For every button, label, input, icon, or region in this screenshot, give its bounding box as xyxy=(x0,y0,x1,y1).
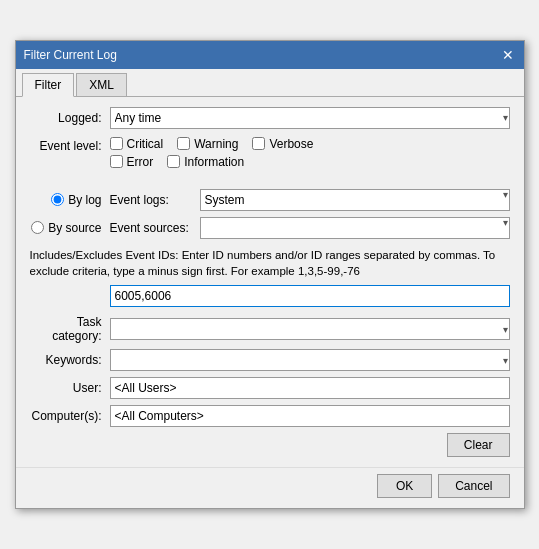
information-checkbox[interactable] xyxy=(167,155,180,168)
by-log-row: By log Event logs: System ▾ xyxy=(30,189,510,211)
by-log-label: By log xyxy=(68,193,101,207)
filter-content: Logged: Any time Last hour Last 12 hours… xyxy=(16,97,524,467)
user-input[interactable] xyxy=(110,377,510,399)
keywords-row: Keywords: ▾ xyxy=(30,349,510,371)
by-source-radio-item[interactable]: By source xyxy=(30,221,110,235)
clear-button-row: Clear xyxy=(30,433,510,457)
event-logs-section: Event logs: System ▾ xyxy=(110,189,510,211)
error-checkbox[interactable] xyxy=(110,155,123,168)
user-row: User: xyxy=(30,377,510,399)
task-category-select[interactable] xyxy=(110,318,510,340)
warning-checkbox[interactable] xyxy=(177,137,190,150)
critical-checkbox-item[interactable]: Critical xyxy=(110,137,164,151)
tab-bar: Filter XML xyxy=(16,69,524,97)
event-level-section: Critical Warning Verbose Error xyxy=(110,137,510,173)
keywords-select[interactable] xyxy=(110,349,510,371)
cancel-button[interactable]: Cancel xyxy=(438,474,509,498)
by-source-radio-col: By source xyxy=(30,221,110,235)
tab-xml[interactable]: XML xyxy=(76,73,127,96)
information-label: Information xyxy=(184,155,244,169)
event-logs-select[interactable]: System xyxy=(200,189,510,211)
by-log-radio-col: By log xyxy=(30,193,110,207)
computer-input-wrapper xyxy=(110,405,510,427)
event-ids-input[interactable] xyxy=(110,285,510,307)
by-source-label: By source xyxy=(48,221,101,235)
user-label: User: xyxy=(30,381,110,395)
computer-label: Computer(s): xyxy=(30,409,110,423)
logged-row: Logged: Any time Last hour Last 12 hours… xyxy=(30,107,510,129)
event-sources-select-wrapper: ▾ xyxy=(200,217,510,239)
event-level-row: Event level: Critical Warning Verbose xyxy=(30,137,510,181)
ok-button[interactable]: OK xyxy=(377,474,432,498)
task-category-row: Task category: ▾ xyxy=(30,315,510,343)
logged-label: Logged: xyxy=(30,111,110,125)
user-input-wrapper xyxy=(110,377,510,399)
filter-dialog: Filter Current Log ✕ Filter XML Logged: … xyxy=(15,40,525,509)
event-logs-select-wrapper: System ▾ xyxy=(200,189,510,211)
clear-button[interactable]: Clear xyxy=(447,433,510,457)
by-source-row: By source Event sources: ▾ xyxy=(30,217,510,239)
by-log-radio-item[interactable]: By log xyxy=(30,193,110,207)
checkboxes-row-1: Critical Warning Verbose xyxy=(110,137,510,151)
logged-select[interactable]: Any time Last hour Last 12 hours Last 24… xyxy=(110,107,510,129)
critical-label: Critical xyxy=(127,137,164,151)
computer-row: Computer(s): xyxy=(30,405,510,427)
error-label: Error xyxy=(127,155,154,169)
event-sources-select[interactable] xyxy=(200,217,510,239)
checkboxes-row-2: Error Information xyxy=(110,155,510,169)
description-text: Includes/Excludes Event IDs: Enter ID nu… xyxy=(30,247,510,279)
computer-input[interactable] xyxy=(110,405,510,427)
event-ids-row xyxy=(30,285,510,307)
verbose-checkbox[interactable] xyxy=(252,137,265,150)
information-checkbox-item[interactable]: Information xyxy=(167,155,244,169)
critical-checkbox[interactable] xyxy=(110,137,123,150)
bottom-buttons: OK Cancel xyxy=(16,467,524,508)
by-log-radio[interactable] xyxy=(51,193,64,206)
event-sources-label: Event sources: xyxy=(110,221,200,235)
by-source-radio[interactable] xyxy=(31,221,44,234)
verbose-label: Verbose xyxy=(269,137,313,151)
close-button[interactable]: ✕ xyxy=(500,47,516,63)
dialog-title: Filter Current Log xyxy=(24,48,117,62)
task-category-select-wrapper: ▾ xyxy=(110,318,510,340)
error-checkbox-item[interactable]: Error xyxy=(110,155,154,169)
event-ids-input-wrapper xyxy=(110,285,510,307)
warning-checkbox-item[interactable]: Warning xyxy=(177,137,238,151)
verbose-checkbox-item[interactable]: Verbose xyxy=(252,137,313,151)
keywords-label: Keywords: xyxy=(30,353,110,367)
title-bar: Filter Current Log ✕ xyxy=(16,41,524,69)
tab-filter[interactable]: Filter xyxy=(22,73,75,97)
event-sources-section: Event sources: ▾ xyxy=(110,217,510,239)
event-level-label: Event level: xyxy=(30,137,110,153)
warning-label: Warning xyxy=(194,137,238,151)
event-logs-label: Event logs: xyxy=(110,193,200,207)
keywords-select-wrapper: ▾ xyxy=(110,349,510,371)
logged-select-wrapper: Any time Last hour Last 12 hours Last 24… xyxy=(110,107,510,129)
task-category-label: Task category: xyxy=(30,315,110,343)
